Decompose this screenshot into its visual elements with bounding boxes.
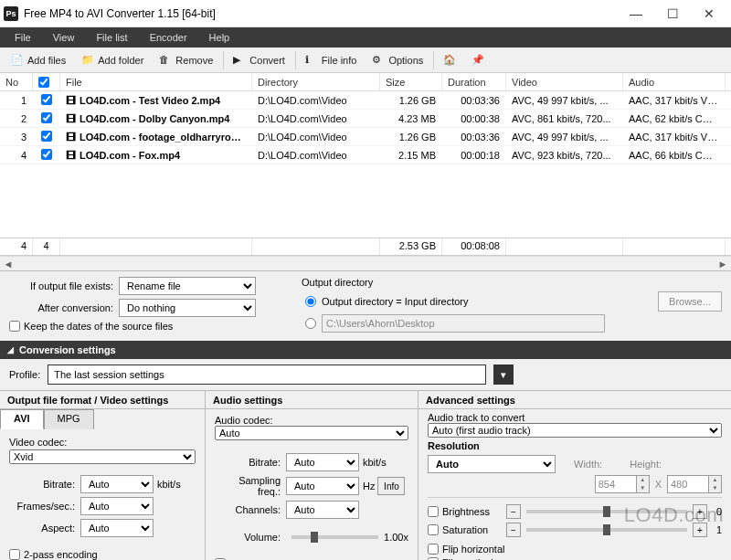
outdir-custom-radio[interactable] — [305, 318, 316, 329]
cell-aud: AAC, 66 kbit/s CBR,... — [623, 150, 726, 161]
toolbar: 📄Add files 📁Add folder 🗑Remove ▶Convert … — [0, 48, 731, 73]
fps-select[interactable]: Auto — [80, 497, 154, 515]
table-row[interactable]: 3🎞LO4D.com - footage_oldharryrocks.mp4D:… — [0, 128, 731, 146]
scroll-left-icon[interactable]: ◄ — [2, 258, 15, 270]
table-row[interactable]: 2🎞LO4D.com - Dolby Canyon.mp4D:\LO4D.com… — [0, 110, 731, 128]
table-row[interactable]: 1🎞LO4D.com - Test Video 2.mp4D:\LO4D.com… — [0, 91, 731, 110]
options-button[interactable]: ⚙Options — [365, 51, 431, 69]
channels-label: Channels: — [215, 504, 286, 515]
video-bitrate-label: Bitrate: — [9, 479, 80, 490]
close-button[interactable]: ✕ — [691, 1, 727, 26]
cell-vid: AVC, 923 kbit/s, 720... — [506, 150, 623, 161]
video-codec-select[interactable]: Xvid — [9, 449, 196, 464]
table-row[interactable]: 4🎞LO4D.com - Fox.mp4D:\LO4D.com\Video2.1… — [0, 146, 731, 164]
pin-icon: 📌 — [471, 54, 484, 67]
volume-slider[interactable] — [291, 535, 378, 539]
cell-check[interactable] — [33, 112, 60, 125]
brightness-minus[interactable]: − — [506, 504, 521, 519]
flip-h-check[interactable] — [428, 544, 439, 555]
file-info-button[interactable]: ℹFile info — [298, 51, 366, 69]
after-select[interactable]: Do nothing — [119, 299, 256, 317]
menu-file-list[interactable]: File list — [87, 30, 136, 45]
tab-mpg[interactable]: MPG — [44, 409, 94, 429]
audio-bitrate-select[interactable]: Auto — [286, 453, 359, 471]
video-file-icon: 🎞 — [66, 95, 76, 106]
tab-avi[interactable]: AVI — [0, 409, 44, 429]
settings-panel: Output file format / Video settings AVI … — [0, 390, 731, 560]
twopass-check[interactable] — [9, 549, 20, 560]
video-bitrate-select[interactable]: Auto — [80, 475, 154, 493]
col-header-directory[interactable]: Directory — [252, 73, 380, 90]
cell-aud: AAC, 317 kbit/s VB... — [623, 132, 726, 143]
home-button[interactable]: 🏠 — [436, 51, 464, 69]
outdir-custom-input[interactable] — [322, 314, 605, 333]
audio-codec-select[interactable]: Auto — [215, 426, 408, 440]
aspect-select[interactable]: Auto — [80, 519, 154, 537]
saturation-slider[interactable] — [526, 528, 687, 532]
check-all[interactable] — [38, 77, 49, 88]
col-header-file[interactable]: File — [60, 73, 252, 90]
convert-button[interactable]: ▶Convert — [226, 51, 293, 69]
aspect-label: Aspect: — [9, 523, 80, 534]
row-checkbox[interactable] — [41, 112, 52, 123]
pin-button[interactable]: 📌 — [464, 51, 493, 69]
brightness-check[interactable] — [428, 506, 439, 517]
maximize-button[interactable]: ☐ — [654, 1, 691, 26]
height-spinner[interactable]: ▲▼ — [709, 475, 722, 493]
conversion-settings-header[interactable]: ◢ Conversion settings — [0, 341, 731, 359]
row-checkbox[interactable] — [41, 131, 52, 142]
cell-aud: AAC, 317 kbit/s VB... — [623, 95, 726, 106]
outdir-same-radio[interactable] — [305, 296, 316, 307]
menu-file[interactable]: File — [5, 30, 40, 45]
exists-label: If output file exists: — [9, 280, 119, 291]
channels-select[interactable]: Auto — [286, 501, 359, 519]
col-header-audio[interactable]: Audio — [623, 73, 726, 90]
horizontal-scrollbar[interactable]: ◄ ► — [0, 256, 731, 270]
saturation-label: Saturation — [439, 524, 506, 535]
profile-select[interactable]: The last session settings — [48, 365, 486, 385]
saturation-check[interactable] — [428, 524, 439, 535]
menu-help[interactable]: Help — [200, 30, 239, 45]
col-header-video[interactable]: Video — [506, 73, 623, 90]
cell-check[interactable] — [33, 149, 60, 162]
exists-select[interactable]: Rename file — [119, 277, 256, 295]
add-files-button[interactable]: 📄Add files — [4, 51, 74, 69]
cell-file: 🎞LO4D.com - footage_oldharryrocks.mp4 — [60, 132, 252, 143]
profile-dropdown-button[interactable]: ▾ — [493, 365, 514, 385]
advanced-header: Advanced settings — [418, 391, 731, 409]
add-folder-button[interactable]: 📁Add folder — [74, 51, 152, 69]
remove-label: Remove — [175, 55, 213, 66]
width-input[interactable]: 854 — [595, 475, 637, 493]
col-header-duration[interactable]: Duration — [442, 73, 506, 90]
col-header-no[interactable]: No — [0, 73, 33, 90]
menu-encoder[interactable]: Encoder — [141, 30, 196, 45]
col-header-size[interactable]: Size — [380, 73, 442, 90]
remove-button[interactable]: 🗑Remove — [152, 51, 221, 69]
convert-label: Convert — [249, 55, 285, 66]
fps-label: Frames/sec.: — [9, 501, 80, 512]
menu-view[interactable]: View — [44, 30, 84, 45]
video-settings-header: Output file format / Video settings — [0, 391, 205, 409]
cell-check[interactable] — [33, 131, 60, 143]
conversion-settings-label: Conversion settings — [19, 344, 116, 355]
cell-check[interactable] — [33, 94, 60, 107]
toolbar-separator — [433, 51, 434, 69]
height-input[interactable]: 480 — [667, 475, 709, 493]
keep-dates-check[interactable] — [9, 321, 20, 332]
cell-size: 1.26 GB — [380, 95, 442, 106]
row-checkbox[interactable] — [41, 149, 52, 160]
minimize-button[interactable]: — — [618, 1, 654, 26]
cell-dur: 00:00:18 — [442, 150, 506, 161]
col-header-check[interactable] — [33, 73, 60, 90]
browse-button[interactable]: Browse... — [658, 291, 722, 312]
freq-select[interactable]: Auto — [286, 477, 359, 495]
info-button[interactable]: Info — [377, 477, 405, 495]
width-spinner[interactable]: ▲▼ — [637, 475, 650, 493]
output-options: If output file exists: Rename file After… — [0, 270, 731, 341]
audio-track-select[interactable]: Auto (first audio track) — [428, 423, 722, 438]
saturation-minus[interactable]: − — [506, 523, 521, 537]
scroll-right-icon[interactable]: ► — [716, 258, 729, 270]
resolution-label: Resolution — [428, 440, 722, 451]
row-checkbox[interactable] — [41, 94, 52, 105]
resolution-select[interactable]: Auto — [428, 455, 556, 473]
